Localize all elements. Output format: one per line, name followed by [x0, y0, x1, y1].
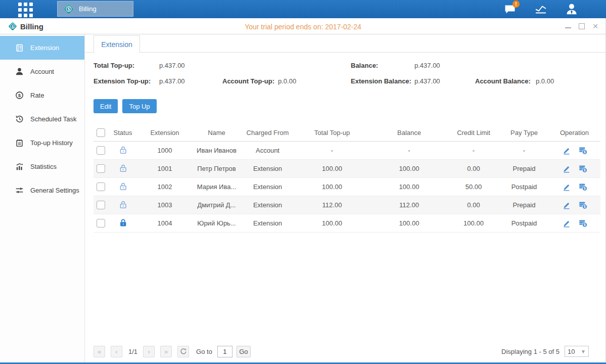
- balance-label: Balance:: [351, 62, 378, 69]
- sidebar-item-rate[interactable]: $Rate: [0, 83, 84, 107]
- sidebar-item-scheduled-task[interactable]: Scheduled Task: [0, 107, 84, 131]
- sidebar-item-label: Scheduled Task: [30, 115, 77, 123]
- name-cell: Иван Иванов: [192, 147, 241, 154]
- maximize-button[interactable]: [578, 23, 585, 30]
- billing-app-icon: $: [63, 4, 74, 15]
- name-cell: Юрий Юрь...: [192, 219, 241, 227]
- close-button[interactable]: ✕: [592, 23, 599, 30]
- column-header: Charged From: [241, 129, 294, 136]
- topbar: $ Billing !: [0, 0, 606, 18]
- messages-icon[interactable]: !: [502, 2, 518, 17]
- charged-from-cell: Extension: [241, 183, 294, 191]
- extension-cell: 1004: [137, 219, 192, 227]
- extension-cell: 1000: [137, 147, 192, 154]
- total-topup-cell: 100.00: [294, 165, 370, 172]
- credit-limit-cell: 0.00: [448, 201, 499, 209]
- topup-icon[interactable]: $: [579, 201, 587, 209]
- top-up-button[interactable]: Top Up: [122, 99, 156, 113]
- pay-type-cell: Postpaid: [499, 219, 549, 227]
- pay-type-cell: Prepaid: [499, 165, 549, 172]
- total-topup-cell: -: [294, 147, 370, 154]
- dollar-circle-icon: $: [15, 91, 24, 100]
- refresh-icon[interactable]: [177, 346, 189, 357]
- tab-bar: Extension: [85, 34, 606, 53]
- edit-icon[interactable]: [562, 219, 571, 228]
- row-checkbox[interactable]: [97, 201, 105, 209]
- next-page-button[interactable]: ›: [143, 346, 155, 357]
- account-balance-label: Account Balance:: [475, 77, 531, 85]
- edit-icon[interactable]: [562, 201, 571, 209]
- sidebar-item-label: Account: [30, 68, 54, 75]
- topup-icon[interactable]: $: [579, 146, 587, 155]
- lock-open-icon: [119, 164, 127, 172]
- table-header: StatusExtensionNameCharged FromTotal Top…: [94, 124, 600, 142]
- prev-page-button[interactable]: ‹: [111, 346, 122, 357]
- extension-cell: 1002: [137, 183, 192, 191]
- total-topup-cell: 100.00: [294, 183, 370, 191]
- extension-balance-label: Extension Balance:: [351, 77, 411, 85]
- row-checkbox[interactable]: [97, 219, 105, 228]
- sidebar-item-label: Extension: [30, 44, 59, 52]
- select-all-checkbox[interactable]: [97, 128, 105, 137]
- topup-icon[interactable]: $: [579, 164, 587, 173]
- displaying-status: Displaying 1 - 5 of 5: [501, 348, 560, 355]
- extension-topup-value: p.437.00: [159, 77, 185, 85]
- lock-open-icon: [119, 182, 127, 191]
- topbar-tab-billing[interactable]: $ Billing: [57, 1, 133, 17]
- tab-extension[interactable]: Extension: [94, 35, 140, 53]
- first-page-button[interactable]: «: [94, 346, 105, 357]
- row-checkbox[interactable]: [97, 146, 105, 155]
- topup-icon[interactable]: $: [579, 219, 587, 228]
- charged-from-cell: Account: [241, 147, 294, 154]
- topup-icon[interactable]: $: [579, 183, 587, 191]
- balance-cell: 100.00: [370, 165, 448, 172]
- edit-button[interactable]: Edit: [94, 99, 118, 113]
- column-header: Total Top-up: [294, 129, 370, 136]
- pay-type-cell: -: [499, 147, 549, 154]
- column-header: Balance: [370, 129, 448, 136]
- balance-value: p.437.00: [414, 62, 440, 69]
- column-header: Operation: [549, 129, 599, 136]
- sliders-icon: [15, 186, 24, 195]
- goto-page-input[interactable]: [217, 346, 232, 357]
- sidebar: ExtensionAccount$RateScheduled TaskTop-u…: [0, 34, 85, 362]
- charged-from-cell: Extension: [241, 165, 294, 172]
- page-indicator: 1/1: [128, 348, 137, 355]
- svg-text:$: $: [584, 223, 586, 227]
- notification-badge: !: [512, 1, 520, 8]
- column-header: Pay Type: [499, 129, 549, 136]
- total-topup-value: p.437.00: [159, 62, 185, 69]
- titlebar: $ Billing Your trial period ends on: 201…: [0, 18, 606, 34]
- minimize-button[interactable]: [565, 23, 572, 30]
- apps-grid-icon[interactable]: [18, 3, 35, 16]
- page-size-value: 10: [568, 348, 575, 355]
- monitor-chart-icon[interactable]: [533, 2, 548, 17]
- last-page-button[interactable]: »: [160, 346, 172, 357]
- edit-icon[interactable]: [562, 183, 571, 191]
- charged-from-cell: Extension: [241, 219, 294, 227]
- sidebar-item-statistics[interactable]: Statistics: [0, 155, 84, 178]
- table-body: 1000Иван ИвановAccount----$1001Петр Петр…: [94, 142, 600, 233]
- sidebar-item-topup-history[interactable]: Top-up History: [0, 131, 84, 155]
- svg-text:$: $: [18, 93, 21, 98]
- lock-open-icon: [119, 146, 127, 154]
- row-checkbox[interactable]: [97, 164, 105, 173]
- edit-icon[interactable]: [562, 164, 571, 173]
- svg-text:$: $: [584, 168, 586, 172]
- sidebar-item-account[interactable]: Account: [0, 60, 84, 83]
- credit-limit-cell: 100.00: [448, 219, 499, 227]
- sidebar-item-general-settings[interactable]: General Settings: [0, 178, 84, 202]
- trial-notice: Your trial period ends on: 2017-02-24: [0, 23, 606, 31]
- sidebar-item-extension[interactable]: Extension: [0, 36, 84, 60]
- go-button[interactable]: Go: [237, 346, 251, 357]
- page-size-select[interactable]: 10 ▼: [565, 346, 589, 357]
- person-icon: [15, 67, 24, 76]
- history-clock-icon: [15, 115, 24, 124]
- row-checkbox[interactable]: [97, 183, 105, 191]
- edit-icon[interactable]: [562, 146, 571, 155]
- lock-open-icon: [119, 200, 127, 209]
- pay-type-cell: Postpaid: [499, 183, 549, 191]
- user-icon[interactable]: [564, 2, 579, 17]
- balance-cell: 100.00: [370, 183, 448, 191]
- main-panel: Extension Total Top-up: p.437.00 Balance…: [85, 34, 606, 362]
